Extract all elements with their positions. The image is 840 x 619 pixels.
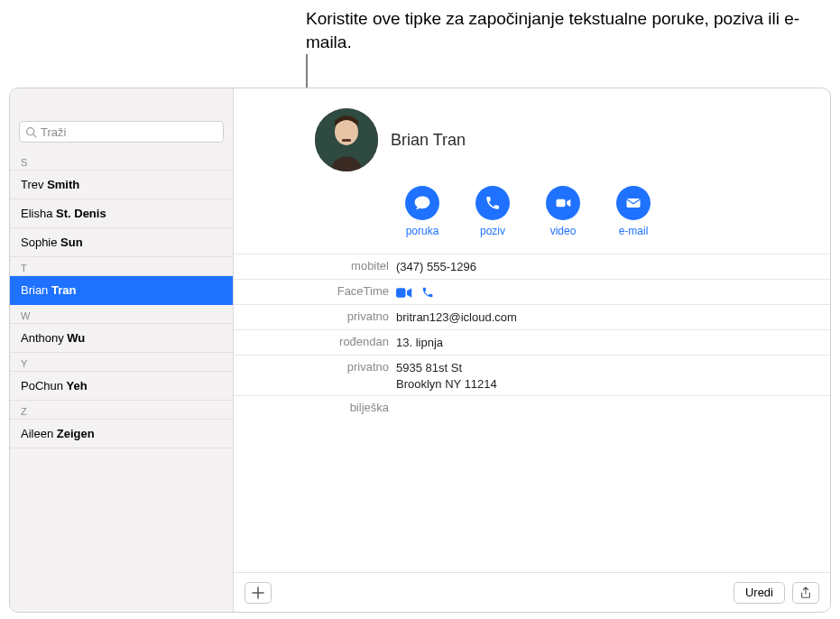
avatar[interactable] [315, 108, 378, 171]
list-item[interactable]: Elisha St. Denis [10, 199, 233, 228]
field-note: bilješka [234, 396, 830, 421]
sidebar: STrev SmithElisha St. DenisSophie SunTBr… [10, 88, 234, 612]
mail-icon [624, 194, 642, 212]
last-name: Yeh [67, 379, 88, 393]
birthday-label: rođendan [234, 334, 396, 351]
facetime-video-icon[interactable] [396, 287, 412, 299]
mobile-label: mobitel [234, 258, 396, 275]
last-name: Smith [47, 178, 79, 191]
first-name: Aileen [21, 427, 57, 440]
list-item[interactable]: Anthony Wu [10, 324, 233, 353]
email-button[interactable]: e-mail [616, 186, 651, 237]
last-name: Sun [60, 236, 83, 249]
section-header: Z [10, 401, 233, 420]
fields: mobitel (347) 555-1296 FaceTime privatno [234, 254, 830, 421]
email-value[interactable]: britran123@icloud.com [396, 309, 830, 326]
bottom-bar: Uredi [234, 572, 830, 612]
section-header: S [10, 152, 233, 171]
field-address: privatno 5935 81st StBrooklyn NY 11214 [234, 356, 830, 396]
first-name: Trev [21, 178, 47, 191]
section-header: W [10, 305, 233, 324]
svg-rect-7 [396, 288, 406, 298]
phone-icon [485, 195, 501, 211]
field-facetime: FaceTime [234, 280, 830, 305]
svg-rect-6 [627, 199, 641, 208]
list-item[interactable]: Aileen Zeigen [10, 420, 233, 448]
birthday-value: 13. lipnja [396, 334, 830, 351]
section-header: Y [10, 353, 233, 372]
list-item[interactable]: Brian Tran [10, 276, 233, 305]
facetime-audio-icon[interactable] [421, 286, 434, 299]
first-name: Sophie [21, 236, 60, 249]
contacts-window: STrev SmithElisha St. DenisSophie SunTBr… [9, 88, 831, 613]
contact-list: STrev SmithElisha St. DenisSophie SunTBr… [10, 150, 233, 612]
first-name: PoChun [21, 379, 67, 393]
contact-detail: Brian Tran poruka poziv [234, 88, 830, 612]
field-mobile: mobitel (347) 555-1296 [234, 254, 830, 280]
last-name: St. Denis [56, 207, 106, 220]
message-button[interactable]: poruka [405, 186, 439, 237]
first-name: Brian [21, 283, 51, 297]
video-icon [554, 194, 572, 212]
list-item[interactable]: Trev Smith [10, 171, 233, 199]
action-row: poruka poziv video [234, 186, 830, 254]
plus-icon [252, 587, 264, 599]
svg-point-0 [27, 127, 34, 134]
email-label: e-mail [619, 225, 649, 237]
list-item[interactable]: PoChun Yeh [10, 372, 233, 401]
video-button[interactable]: video [546, 186, 580, 237]
help-annotation: Koristite ove tipke za započinjanje teks… [306, 7, 840, 53]
share-icon [799, 587, 812, 599]
first-name: Anthony [21, 331, 67, 345]
call-button[interactable]: poziv [475, 186, 510, 237]
video-label: video [550, 225, 577, 237]
mobile-value[interactable]: (347) 555-1296 [396, 258, 830, 275]
svg-rect-4 [342, 139, 351, 142]
svg-rect-5 [557, 199, 566, 207]
share-button[interactable] [792, 582, 819, 604]
address-value[interactable]: 5935 81st StBrooklyn NY 11214 [396, 359, 830, 392]
last-name: Tran [51, 283, 76, 297]
message-icon [413, 194, 431, 212]
list-item[interactable]: Sophie Sun [10, 228, 233, 257]
address-label: privatno [234, 359, 396, 392]
field-email: privatno britran123@icloud.com [234, 305, 830, 330]
last-name: Wu [67, 331, 85, 345]
message-label: poruka [406, 225, 439, 237]
email-field-label: privatno [234, 309, 396, 326]
facetime-label: FaceTime [234, 283, 396, 300]
note-value[interactable] [396, 400, 830, 418]
add-button[interactable] [245, 582, 272, 604]
search-input[interactable] [41, 125, 217, 139]
call-label: poziv [480, 225, 505, 237]
contact-name: Brian Tran [391, 131, 466, 150]
field-birthday: rođendan 13. lipnja [234, 330, 830, 356]
section-header: T [10, 257, 233, 276]
svg-line-1 [33, 134, 36, 136]
note-label: bilješka [234, 400, 396, 418]
search-input-wrapper[interactable] [19, 121, 224, 143]
search-icon [25, 126, 37, 138]
edit-button[interactable]: Uredi [734, 582, 785, 604]
last-name: Zeigen [57, 427, 95, 440]
first-name: Elisha [21, 207, 56, 220]
